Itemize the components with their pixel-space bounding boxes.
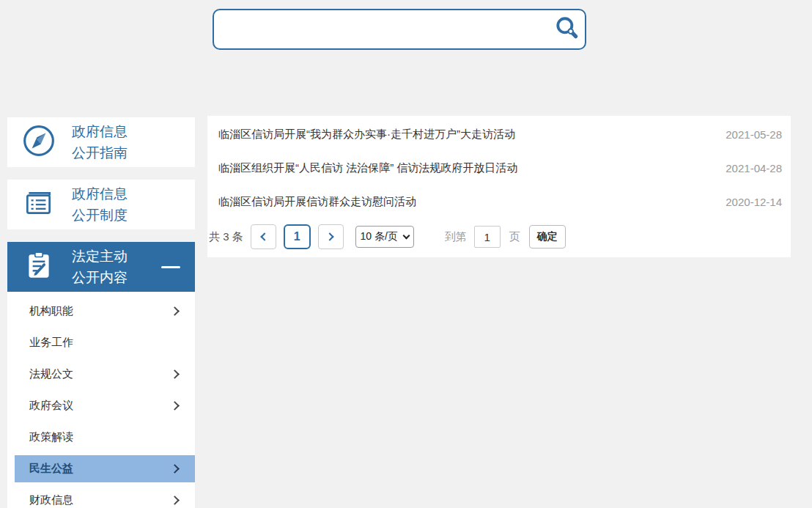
- document-list-icon: [22, 186, 56, 223]
- submenu-item-policy-interpretation[interactable]: 政策解读: [7, 422, 195, 453]
- submenu-item-label: 财政信息: [29, 493, 73, 507]
- submenu-item-label: 业务工作: [29, 336, 73, 350]
- sidebar-item-label: 法定主动 公开内容: [72, 246, 128, 288]
- goto-page-input[interactable]: [474, 226, 501, 248]
- news-date: 2021-04-28: [726, 162, 782, 174]
- collapse-minus-icon: [161, 266, 180, 268]
- goto-page-prefix: 到第: [445, 230, 467, 244]
- confirm-button[interactable]: 确定: [529, 225, 566, 249]
- compass-icon: [22, 124, 56, 161]
- search-button[interactable]: [550, 12, 585, 47]
- submenu-item-label: 政府会议: [29, 399, 73, 413]
- news-title[interactable]: 临淄区信访局开展信访群众走访慰问活动: [218, 195, 416, 209]
- goto-page-suffix: 页: [509, 230, 520, 244]
- submenu-item-label: 民生公益: [29, 462, 73, 476]
- chevron-right-icon: [170, 369, 180, 379]
- news-title[interactable]: 临淄区信访局开展“我为群众办实事·走千村进万户”大走访活动: [218, 128, 515, 141]
- submenu-item-public-welfare[interactable]: 民生公益: [15, 455, 195, 482]
- submenu-item-gov-meetings[interactable]: 政府会议: [7, 390, 195, 422]
- search-bar: [213, 9, 586, 50]
- total-count-label: 共 3 条: [209, 230, 243, 244]
- page-size-select[interactable]: 10 条/页: [355, 226, 414, 248]
- sidebar-item-gov-info-system[interactable]: 政府信息 公开制度: [7, 180, 195, 229]
- sidebar-item-gov-info-guide[interactable]: 政府信息 公开指南: [7, 117, 195, 167]
- submenu-item-fiscal-info[interactable]: 财政信息: [7, 485, 195, 508]
- news-row[interactable]: 临淄区信访局开展信访群众走访慰问活动 2020-12-14: [207, 185, 791, 218]
- news-date: 2021-05-28: [726, 128, 782, 141]
- sidebar-item-label: 政府信息 公开指南: [72, 121, 128, 163]
- sidebar-item-statutory-disclosure[interactable]: 法定主动 公开内容: [7, 242, 195, 292]
- search-input[interactable]: [214, 10, 550, 48]
- sidebar: 政府信息 公开指南 政府信息 公开制度: [7, 117, 195, 508]
- chevron-right-icon: [170, 306, 180, 316]
- current-page-button[interactable]: 1: [284, 224, 311, 249]
- clipboard-edit-icon: [22, 249, 56, 285]
- submenu-item-label: 机构职能: [29, 304, 73, 318]
- chevron-down-icon: [402, 232, 410, 239]
- submenu-item-regulations[interactable]: 法规公文: [7, 358, 195, 390]
- chevron-right-icon: [170, 401, 180, 411]
- chevron-right-icon: [170, 496, 180, 505]
- sidebar-submenu: 机构职能 业务工作 法规公文 政府会议 政策解读 民生公益 财政信息: [7, 292, 195, 508]
- prev-page-button[interactable]: [251, 224, 276, 249]
- news-title[interactable]: 临淄区组织开展“人民信访 法治保障” 信访法规政府开放日活动: [218, 161, 517, 175]
- submenu-item-org-functions[interactable]: 机构职能: [7, 295, 195, 327]
- news-date: 2020-12-14: [726, 196, 782, 208]
- sidebar-item-label: 政府信息 公开制度: [72, 183, 128, 226]
- news-row[interactable]: 临淄区信访局开展“我为群众办实事·走千村进万户”大走访活动 2021-05-28: [207, 117, 791, 151]
- submenu-item-label: 政策解读: [29, 430, 73, 444]
- chevron-right-icon: [325, 232, 333, 240]
- content-panel: 临淄区信访局开展“我为群众办实事·走千村进万户”大走访活动 2021-05-28…: [207, 116, 791, 257]
- page-size-value: 10 条/页: [361, 230, 398, 243]
- submenu-item-business-work[interactable]: 业务工作: [7, 327, 195, 358]
- news-row[interactable]: 临淄区组织开展“人民信访 法治保障” 信访法规政府开放日活动 2021-04-2…: [207, 151, 791, 185]
- chevron-right-icon: [170, 464, 180, 474]
- chevron-left-icon: [260, 232, 268, 240]
- pagination-bar: 共 3 条 1 10 条/页 到第 页 确定: [207, 224, 791, 249]
- search-icon: [554, 15, 580, 44]
- next-page-button[interactable]: [318, 224, 344, 249]
- submenu-item-label: 法规公文: [29, 367, 73, 381]
